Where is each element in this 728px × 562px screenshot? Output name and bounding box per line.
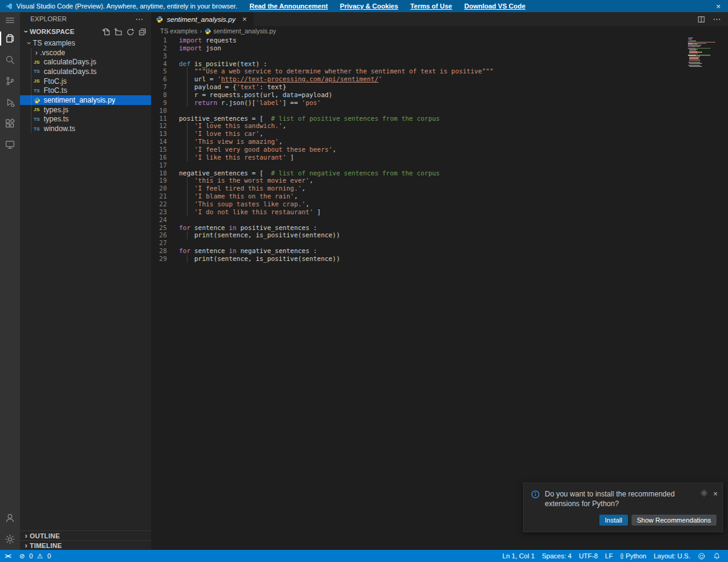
activity-bar-item-settings[interactable] — [0, 529, 20, 550]
tab-sentiment-analysis[interactable]: sentiment_analysis.py × — [151, 12, 254, 26]
feedback-smiley-icon[interactable] — [694, 550, 709, 562]
code-line: 18negative_sentences = [ # list of negat… — [151, 169, 728, 177]
code-line: 17 — [151, 161, 728, 169]
file-tree-item[interactable]: ›.vscode — [20, 48, 151, 58]
braces-icon: {} — [620, 553, 623, 559]
file-tree-item[interactable]: sentiment_analysis.py — [20, 95, 151, 105]
banner-link[interactable]: Download VS Code — [464, 2, 525, 10]
status-bar: >< ⊘0 ⚠0 Ln 1, Col 1Spaces: 4UTF-8LF{}Py… — [0, 550, 728, 562]
banner-link[interactable]: Read the Announcement — [249, 2, 328, 10]
new-folder-icon[interactable] — [114, 28, 122, 36]
chevron-right-icon: › — [22, 532, 30, 540]
error-count: 0 — [29, 552, 33, 560]
banner-close-icon[interactable]: × — [713, 2, 723, 11]
tab-close-icon[interactable]: × — [240, 15, 249, 24]
status-keyboard-layout[interactable]: Layout: U.S. — [650, 550, 694, 562]
explorer-more-actions-icon[interactable]: ⋯ — [133, 15, 146, 24]
chevron-right-icon: › — [33, 49, 40, 57]
line-number: 5 — [151, 67, 167, 75]
line-number: 29 — [151, 255, 167, 263]
line-number: 15 — [151, 146, 167, 154]
source-control-icon — [5, 76, 15, 86]
js-file-icon: JS — [33, 78, 41, 84]
activity-bar-item-explorer[interactable] — [0, 28, 20, 49]
line-number: 1 — [151, 36, 167, 44]
minimap[interactable] — [688, 38, 720, 67]
install-button[interactable]: Install — [599, 515, 628, 526]
code-line: 12 'I love this sandwich.', — [151, 122, 728, 130]
banner-message: Visual Studio Code (Preview). Anywhere, … — [16, 2, 237, 10]
workspace-section-header[interactable]: › WORKSPACE — [20, 25, 151, 38]
code-line: 5 """Use a web service to determine whet… — [151, 67, 728, 75]
editor-more-actions-icon[interactable]: ⋯ — [713, 15, 721, 24]
collapse-all-icon[interactable] — [138, 28, 146, 36]
tree-indent-guide — [31, 48, 32, 133]
banner-link[interactable]: Privacy & Cookies — [340, 2, 398, 10]
code-line: 19 'this is the worst movie ever', — [151, 177, 728, 185]
files-icon — [5, 33, 15, 44]
status-problems[interactable]: ⊘0 ⚠0 — [16, 550, 56, 562]
notification-settings-gear-icon[interactable] — [700, 489, 708, 497]
outline-label: OUTLINE — [30, 532, 60, 540]
file-tree-item[interactable]: JStypes.js — [20, 105, 151, 115]
editor-group: sentiment_analysis.py × ⋯ TS examples › … — [151, 12, 728, 550]
line-number: 2 — [151, 44, 167, 52]
warning-count: 0 — [47, 552, 51, 560]
warning-icon: ⚠ — [37, 552, 43, 560]
breadcrumb-file[interactable]: sentiment_analysis.py — [214, 27, 276, 35]
activity-bar-item-search[interactable] — [0, 49, 20, 70]
file-tree-item[interactable]: TSwindow.ts — [20, 124, 151, 134]
activity-bar-item-extensions[interactable] — [0, 113, 20, 134]
file-tree-item[interactable]: TStypes.ts — [20, 115, 151, 124]
chevron-right-icon: › — [22, 541, 30, 550]
show-recommendations-button[interactable]: Show Recommendations — [632, 515, 716, 526]
menu-icon — [5, 15, 15, 25]
file-tree-item[interactable]: TSFtoC.ts — [20, 86, 151, 95]
tab-label: sentiment_analysis.py — [167, 16, 235, 23]
outline-section-header[interactable]: › OUTLINE — [20, 530, 151, 540]
error-icon: ⊘ — [19, 552, 25, 560]
code-line: 9 return r.json()['label'] == 'pos' — [151, 99, 728, 107]
code-line: 15 'I feel very good about these beers', — [151, 146, 728, 154]
file-name: FtoC.js — [44, 77, 67, 86]
notification-close-icon[interactable]: × — [713, 489, 718, 498]
remote-indicator[interactable]: >< — [0, 550, 16, 562]
line-number: 16 — [151, 154, 167, 161]
breadcrumb-folder[interactable]: TS examples — [160, 27, 197, 35]
file-tree-item[interactable]: JScalculateDays.js — [20, 57, 151, 67]
chevron-down-icon: › — [25, 39, 33, 47]
activity-bar-item-run-and-debug[interactable] — [0, 92, 20, 113]
activity-bar-item-remote-explorer[interactable] — [0, 134, 20, 155]
status-encoding[interactable]: UTF-8 — [575, 550, 601, 562]
activity-bar-item-menu[interactable] — [0, 12, 20, 28]
code-line: 16 'I like this restaurant' ] — [151, 154, 728, 161]
status-indentation[interactable]: Spaces: 4 — [538, 550, 575, 562]
info-icon — [531, 489, 540, 509]
file-name: types.js — [44, 106, 69, 114]
extensions-icon — [5, 118, 15, 129]
new-file-icon[interactable] — [102, 28, 110, 36]
timeline-section-header[interactable]: › TIMELINE — [20, 540, 151, 550]
explorer-sidebar: EXPLORER ⋯ › WORKSPACE ›TS examples›.vsc… — [20, 12, 151, 550]
workspace-label: WORKSPACE — [30, 28, 75, 35]
ts-file-icon: TS — [33, 88, 41, 93]
status-cursor-position[interactable]: Ln 1, Col 1 — [499, 550, 538, 562]
file-tree-item[interactable]: TScalculateDays.ts — [20, 67, 151, 76]
refresh-icon[interactable] — [126, 28, 134, 36]
code-line: 27 — [151, 239, 728, 247]
file-tree-item[interactable]: JSFtoC.js — [20, 76, 151, 86]
status-language-mode[interactable]: {}Python — [616, 550, 650, 562]
code-line: 10 — [151, 107, 728, 115]
activity-bar-item-source-control[interactable] — [0, 70, 20, 92]
search-icon — [5, 55, 15, 65]
banner-link[interactable]: Terms of Use — [410, 2, 452, 10]
code-editor[interactable]: 1import requests2import json34def is_pos… — [151, 36, 728, 550]
split-editor-icon[interactable] — [697, 15, 706, 24]
file-name: TS examples — [33, 39, 75, 47]
line-number: 26 — [151, 231, 167, 239]
line-number: 12 — [151, 122, 167, 130]
file-tree-item[interactable]: ›TS examples — [20, 38, 151, 48]
status-eol[interactable]: LF — [601, 550, 616, 562]
activity-bar-item-account[interactable] — [0, 507, 20, 529]
notifications-bell-icon[interactable] — [709, 550, 724, 562]
